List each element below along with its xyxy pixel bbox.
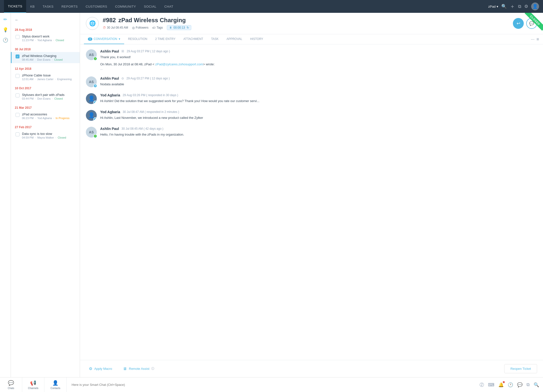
reopen-ticket-button[interactable]: Reopen Ticket [504,364,537,373]
tab-task[interactable]: TASK [207,34,222,44]
settings-icon[interactable]: ⚙ [524,4,528,9]
date-group-6: 27 Feb 2017 Data sync is too slow 04:59 … [11,125,80,141]
timer-refresh-icon[interactable]: ↻ [187,26,189,29]
ticket-item-713[interactable]: zPad accessories 06:23 PM · Yod Agbaria … [11,110,80,122]
chat-tool-notification[interactable]: 🔔 [498,382,504,388]
chat-tool-clock[interactable]: 🕐 [508,382,513,388]
ticket-id: #982 [103,17,116,24]
message-4: 👤 t Yod Agbaria 30 Jul 08:47 AM ( respon… [86,110,537,121]
ticket-title-713: zPad accessories [22,112,76,116]
nav-item-social[interactable]: SOCIAL [140,0,160,13]
avatar-ashlin-2: AS ⊙ [86,76,97,87]
apply-macro-button[interactable]: ⚙ Apply Macro [86,364,115,373]
pen-icon[interactable]: ✏ [3,17,7,22]
ticket-list: ← 28 Aug 2018 Stylus doesn't work 11:23 … [11,13,80,377]
contacts-icon: 👤 [52,380,58,386]
tab-resolution[interactable]: RESOLUTION [124,34,151,44]
chat-nav-chats[interactable]: 💬 Chats [0,377,22,392]
message-time-4: 30 Jul 08:47 AM ( responded in 2 minutes… [123,110,179,114]
ticket-checkbox-801[interactable] [16,93,19,97]
ticket-checkbox-982[interactable]: ✓ [16,54,19,58]
ticket-item-801[interactable]: Styluses don't pair with zPads 03:44 PM … [11,91,80,102]
switch-icon[interactable]: ⧉ [518,4,521,9]
ticket-checkbox-689[interactable] [16,132,19,136]
nav-item-customers[interactable]: CUSTOMERS [82,0,111,13]
message-subtext-1: On Mon, 30 Jul 2018 at 08:48, zPad < zPa… [100,62,214,66]
search-icon[interactable]: 🔍 [501,4,507,9]
tab-approval[interactable]: APPROVAL [223,34,246,44]
sender-name-1: Ashlin Paul [100,49,119,53]
tab-conversation[interactable]: 4 CONVERSATION ▾ [84,34,124,44]
avatar-badge-1: ⚡ [93,57,97,61]
followers-icon: ◎ [132,26,135,30]
brand-dropdown-icon: ▾ [497,5,498,8]
chat-tool-chat[interactable]: 💬 [517,382,523,388]
date-label-2: 30 Jul 2018 [11,47,80,52]
sender-name-5: Ashlin Paul [100,127,119,131]
ticket-item-932[interactable]: zPhone Cable Issue 12:01 AM · James Cart… [11,71,80,83]
ticket-item-689[interactable]: Data sync is too slow 04:59 PM · Mayra W… [11,130,80,141]
nav-item-tickets[interactable]: TICKETS [4,0,26,13]
date-label-6: 27 Feb 2017 [11,125,80,130]
tabs-more-button[interactable]: ··· [531,37,534,42]
history-icon[interactable]: 🕐 [3,37,8,43]
smart-chat-input[interactable] [72,383,471,387]
date-group-1: 28 Aug 2018 Stylus doesn't work 11:23 PM… [11,27,80,44]
chat-nav-contacts[interactable]: 👤 Contacts [44,377,67,392]
ticket-checkbox-932[interactable] [16,74,19,78]
bulb-icon[interactable]: 💡 [3,27,8,33]
nav-item-kb[interactable]: KB [26,0,39,13]
ticket-title-988: Stylus doesn't work [22,35,76,38]
tab-attachment[interactable]: ATTACHMENT [179,34,207,44]
notification-badge [503,381,505,383]
tabs-bar: 4 CONVERSATION ▾ RESOLUTION 2 TIME ENTRY… [80,34,543,44]
ticket-checkbox-988[interactable] [16,35,19,39]
timer-pause-icon[interactable]: ⏸ [169,26,172,29]
nav-item-tasks[interactable]: TASKS [39,0,58,13]
message-time-5: 30 Jul 08:45 AM ( 42 days ago ) [121,127,163,130]
chats-icon: 💬 [8,380,14,386]
back-button[interactable]: ← [11,16,80,24]
conversation-count: 4 [88,37,92,41]
remote-assist-button[interactable]: 🖥 Remote Assist ⓘ [120,365,157,373]
ticket-checkbox-713[interactable] [16,113,19,117]
remote-icon: 🖥 [123,367,127,371]
bottom-action-bar: ⚙ Apply Macro 🖥 Remote Assist ⓘ Reopen T… [80,360,543,377]
ticket-item-982[interactable]: ✓ zPad Wireless Charging 08:45 AM · Don … [11,52,80,63]
timer-display: ⏸ 00:00:13 ↻ [167,25,191,30]
ticket-item-988[interactable]: Stylus doesn't work 11:23 PM · Yod Agbar… [11,33,80,44]
tab-time-entry[interactable]: 2 TIME ENTRY [151,34,179,44]
ticket-title-932: zPhone Cable Issue [22,73,76,77]
chat-tool-keyboard[interactable]: ⌨ [488,382,494,388]
chat-tool-search[interactable]: 🔍 [534,382,539,388]
avatar-badge-3: t [93,101,97,104]
smart-chat-input-area[interactable] [67,383,476,387]
followers-label[interactable]: ◎ Followers [132,26,148,30]
avatar-badge-2: ⊙ [93,84,97,88]
user-avatar[interactable]: 👤 [531,2,539,10]
add-icon[interactable]: ＋ [510,3,515,10]
note-button[interactable]: 💬 [526,18,537,29]
chat-tools: Ⓩ ⌨ 🔔 🕐 💬 ⧉ 🔍 [476,382,543,388]
chat-tool-share[interactable]: ⧉ [526,382,530,387]
date-group-3: 12 Apr 2018 zPhone Cable Issue 12:01 AM … [11,66,80,83]
tabs-stack-icon[interactable]: ≡ [536,37,539,42]
date-group-5: 21 Mar 2017 zPad accessories 06:23 PM · … [11,105,80,122]
channels-icon: 📢 [30,380,36,386]
ticket-title-689: Data sync is too slow [22,132,76,136]
ticket-detail: CLOSED 🌐 #982 zPad Wireless Charging ⏱ 3… [80,13,543,377]
tags-label[interactable]: 🏷 Tags [152,26,163,30]
ticket-title-982: zPad Wireless Charging [22,54,76,58]
chat-nav-channels[interactable]: 📢 Channels [22,377,44,392]
message-time-1: 29 Aug 03:27 PM ( 12 days ago ) [127,50,170,53]
email-link[interactable]: zPad@zylcares.zohosupport.com [155,62,203,66]
nav-item-reports[interactable]: REPORTS [58,0,82,13]
avatar-ashlin-1: AS ⚡ [86,49,97,60]
reply-button[interactable]: ↩ [513,18,524,29]
nav-item-community[interactable]: COMMUNITY [111,0,140,13]
tab-history[interactable]: HISTORY [246,34,267,44]
nav-item-chat[interactable]: CHAT [160,0,177,13]
remote-assist-help-icon: ⓘ [151,367,154,371]
chat-tool-emoji[interactable]: Ⓩ [480,382,484,388]
brand-selector[interactable]: zPad ▾ [488,5,498,8]
